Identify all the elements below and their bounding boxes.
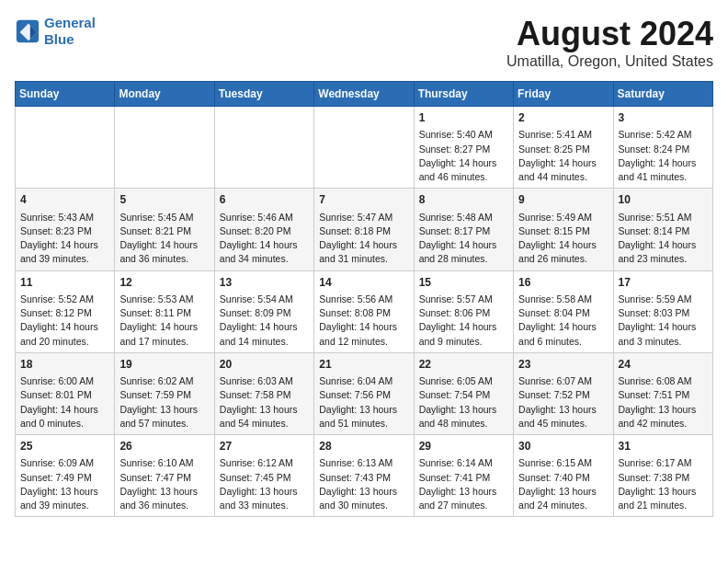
calendar-cell: 13Sunrise: 5:54 AMSunset: 8:09 PMDayligh… — [214, 270, 313, 352]
day-number: 15 — [419, 275, 508, 291]
day-info: and 31 minutes. — [319, 252, 408, 266]
day-info: Sunrise: 6:14 AM — [419, 456, 508, 470]
day-info: Sunset: 8:17 PM — [419, 224, 508, 238]
day-number: 31 — [619, 439, 708, 454]
day-info: Sunset: 7:41 PM — [419, 471, 508, 485]
day-info: Sunset: 8:06 PM — [419, 306, 508, 320]
day-info: and 36 minutes. — [119, 252, 209, 266]
calendar-cell: 26Sunrise: 6:10 AMSunset: 7:47 PMDayligh… — [115, 435, 214, 517]
day-number: 5 — [119, 192, 209, 208]
day-info: Sunrise: 5:45 AM — [119, 211, 209, 224]
logo-icon — [15, 18, 40, 44]
day-info: Sunrise: 6:10 AM — [119, 456, 209, 470]
day-info: Sunrise: 6:12 AM — [220, 456, 309, 470]
day-info: and 26 minutes. — [518, 252, 608, 266]
day-info: Sunrise: 5:47 AM — [319, 211, 408, 224]
header-friday: Friday — [514, 82, 613, 107]
calendar-cell: 1Sunrise: 5:40 AMSunset: 8:27 PMDaylight… — [414, 107, 513, 189]
day-info: Daylight: 14 hours — [419, 320, 508, 334]
day-info: Sunset: 7:58 PM — [220, 388, 309, 402]
day-number: 7 — [319, 192, 408, 208]
calendar-cell: 8Sunrise: 5:48 AMSunset: 8:17 PMDaylight… — [414, 189, 513, 270]
day-info: and 39 minutes. — [20, 499, 109, 512]
logo-line1: General — [44, 15, 96, 30]
day-info: and 33 minutes. — [220, 499, 309, 512]
day-info: Sunset: 7:40 PM — [518, 471, 608, 485]
day-info: Daylight: 14 hours — [319, 320, 408, 334]
header-thursday: Thursday — [414, 82, 513, 107]
day-info: Sunset: 7:56 PM — [319, 388, 408, 402]
day-info: Sunrise: 6:09 AM — [20, 456, 109, 470]
day-info: and 17 minutes. — [119, 335, 209, 349]
day-number: 27 — [220, 439, 309, 454]
day-number: 20 — [220, 357, 309, 373]
day-info: Daylight: 14 hours — [119, 238, 209, 252]
day-number: 29 — [419, 439, 508, 454]
day-info: Daylight: 13 hours — [419, 485, 508, 499]
day-info: Sunset: 7:38 PM — [619, 471, 708, 485]
day-info: Daylight: 13 hours — [119, 403, 209, 417]
days-row: SundayMondayTuesdayWednesdayThursdayFrid… — [16, 82, 713, 107]
day-number: 13 — [220, 275, 309, 291]
day-info: and 6 minutes. — [518, 335, 608, 349]
calendar: SundayMondayTuesdayWednesdayThursdayFrid… — [15, 81, 713, 517]
day-number: 1 — [419, 110, 508, 126]
day-number: 3 — [619, 110, 708, 126]
day-info: and 51 minutes. — [319, 417, 408, 431]
calendar-cell: 28Sunrise: 6:13 AMSunset: 7:43 PMDayligh… — [314, 435, 414, 517]
calendar-cell: 30Sunrise: 6:15 AMSunset: 7:40 PMDayligh… — [514, 435, 613, 517]
day-info: Sunrise: 5:51 AM — [619, 211, 708, 224]
calendar-cell: 7Sunrise: 5:47 AMSunset: 8:18 PMDaylight… — [314, 189, 414, 270]
day-info: and 36 minutes. — [119, 499, 209, 512]
day-info: and 14 minutes. — [220, 335, 309, 349]
day-info: Sunset: 8:27 PM — [419, 143, 508, 156]
day-info: Daylight: 13 hours — [419, 403, 508, 417]
day-number: 8 — [419, 192, 508, 208]
calendar-cell — [16, 107, 115, 189]
day-info: Daylight: 14 hours — [119, 320, 209, 334]
header-saturday: Saturday — [613, 82, 712, 107]
calendar-cell: 6Sunrise: 5:46 AMSunset: 8:20 PMDaylight… — [214, 189, 313, 270]
logo: General Blue — [15, 15, 96, 48]
day-info: Daylight: 14 hours — [220, 320, 309, 334]
day-info: Daylight: 14 hours — [20, 403, 109, 417]
day-number: 24 — [619, 357, 708, 373]
calendar-cell: 27Sunrise: 6:12 AMSunset: 7:45 PMDayligh… — [214, 435, 313, 517]
header-monday: Monday — [115, 82, 214, 107]
calendar-cell: 18Sunrise: 6:00 AMSunset: 8:01 PMDayligh… — [16, 352, 115, 434]
day-info: Sunrise: 6:02 AM — [119, 374, 209, 388]
day-number: 6 — [220, 192, 309, 208]
day-info: Daylight: 13 hours — [619, 403, 708, 417]
calendar-cell: 2Sunrise: 5:41 AMSunset: 8:25 PMDaylight… — [514, 107, 613, 189]
day-number: 21 — [319, 357, 408, 373]
day-number: 9 — [518, 192, 608, 208]
day-info: Daylight: 14 hours — [319, 238, 408, 252]
day-info: Sunrise: 6:07 AM — [518, 374, 608, 388]
calendar-cell: 25Sunrise: 6:09 AMSunset: 7:49 PMDayligh… — [16, 435, 115, 517]
calendar-cell: 5Sunrise: 5:45 AMSunset: 8:21 PMDaylight… — [115, 189, 214, 270]
day-number: 16 — [518, 275, 608, 291]
day-info: Sunset: 7:49 PM — [20, 471, 109, 485]
day-info: Sunset: 8:25 PM — [518, 143, 608, 156]
calendar-cell: 21Sunrise: 6:04 AMSunset: 7:56 PMDayligh… — [314, 352, 414, 434]
calendar-cell: 16Sunrise: 5:58 AMSunset: 8:04 PMDayligh… — [514, 270, 613, 352]
calendar-cell: 12Sunrise: 5:53 AMSunset: 8:11 PMDayligh… — [115, 270, 214, 352]
calendar-cell: 3Sunrise: 5:42 AMSunset: 8:24 PMDaylight… — [613, 107, 712, 189]
day-info: Sunrise: 5:53 AM — [119, 293, 209, 306]
day-info: Sunset: 8:24 PM — [619, 143, 708, 156]
calendar-cell: 20Sunrise: 6:03 AMSunset: 7:58 PMDayligh… — [214, 352, 313, 434]
day-info: Sunset: 8:08 PM — [319, 306, 408, 320]
day-info: Daylight: 14 hours — [419, 238, 508, 252]
day-info: Sunrise: 5:42 AM — [619, 128, 708, 142]
week-row-5: 25Sunrise: 6:09 AMSunset: 7:49 PMDayligh… — [16, 435, 713, 517]
day-info: Sunrise: 6:08 AM — [619, 374, 708, 388]
title-area: August 2024 Umatilla, Oregon, United Sta… — [506, 15, 713, 70]
day-info: and 44 minutes. — [518, 170, 608, 184]
day-info: and 54 minutes. — [220, 417, 309, 431]
day-info: Sunrise: 5:40 AM — [419, 128, 508, 142]
day-info: and 0 minutes. — [20, 417, 109, 431]
day-info: and 23 minutes. — [619, 252, 708, 266]
day-number: 25 — [20, 439, 109, 454]
day-number: 17 — [619, 275, 708, 291]
day-info: and 24 minutes. — [518, 499, 608, 512]
